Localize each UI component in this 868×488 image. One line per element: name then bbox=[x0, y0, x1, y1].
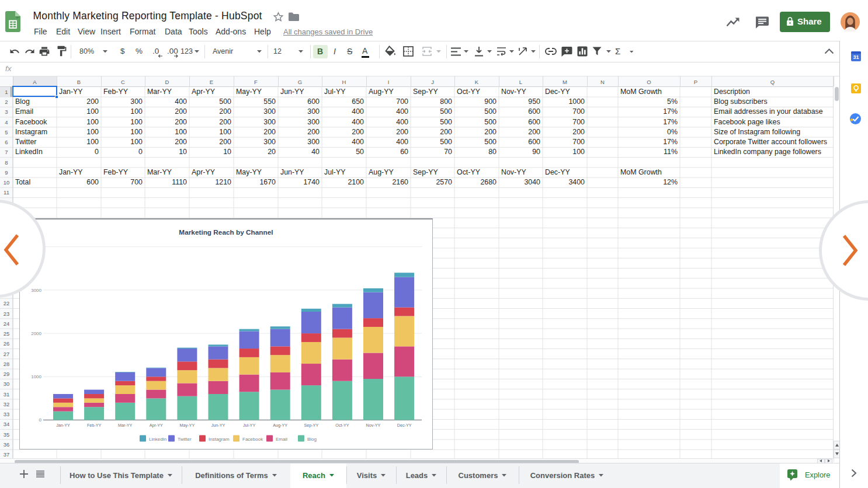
svg-text:Feb-YY: Feb-YY bbox=[87, 422, 102, 427]
svg-text:1000: 1000 bbox=[31, 374, 41, 379]
svg-text:Apr-YY: Apr-YY bbox=[150, 422, 163, 427]
svg-text:LinkedIn: LinkedIn bbox=[149, 436, 166, 441]
svg-text:Twitter: Twitter bbox=[178, 436, 192, 441]
svg-text:Jan-YY: Jan-YY bbox=[56, 422, 70, 427]
svg-text:Jul-YY: Jul-YY bbox=[243, 422, 255, 427]
svg-text:Blog: Blog bbox=[307, 436, 317, 441]
svg-text:Oct-YY: Oct-YY bbox=[335, 422, 349, 427]
svg-text:Dec-YY: Dec-YY bbox=[397, 422, 412, 427]
svg-text:3000: 3000 bbox=[31, 287, 41, 292]
svg-text:Sep-YY: Sep-YY bbox=[304, 422, 318, 427]
svg-text:0: 0 bbox=[39, 417, 42, 423]
svg-text:Email: Email bbox=[276, 436, 287, 441]
svg-text:Marketing Reach by Channel: Marketing Reach by Channel bbox=[179, 228, 273, 236]
svg-text:Aug-YY: Aug-YY bbox=[273, 422, 287, 427]
svg-text:Facebook: Facebook bbox=[242, 436, 263, 441]
svg-text:Nov-YY: Nov-YY bbox=[366, 422, 381, 427]
svg-text:Instagram: Instagram bbox=[209, 436, 230, 441]
svg-text:31: 31 bbox=[853, 54, 859, 60]
svg-text:May-YY: May-YY bbox=[180, 422, 195, 427]
svg-text:Mar-YY: Mar-YY bbox=[118, 422, 133, 427]
svg-text:2000: 2000 bbox=[31, 330, 41, 336]
svg-text:Jun-YY: Jun-YY bbox=[211, 422, 225, 427]
